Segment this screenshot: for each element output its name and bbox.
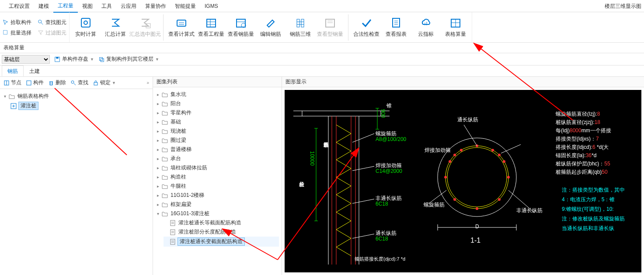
atlas-title: 图集列表 [153,77,282,87]
table-button[interactable]: 表格算量 [442,17,469,38]
svg-rect-6 [177,20,186,26]
menu-item-view[interactable]: 视图 [78,0,97,12]
svg-point-76 [498,154,501,156]
folder-icon [162,211,168,217]
atlas-item[interactable]: ▾16G101-3灌注桩 [156,209,279,218]
rebar3d-icon [294,17,306,29]
atlas-item[interactable]: ▸11G101-2楼梯 [156,191,279,200]
atlas-item[interactable]: ▸集水坑 [156,90,279,99]
pick-label: 拾取构件 [10,18,31,26]
formula-button[interactable]: 查看计算式 [168,17,195,38]
folder-icon [162,128,168,134]
save-component-button[interactable]: 单构件存盘 ▼ [54,55,94,63]
tab-civil[interactable]: 土建 [24,65,45,76]
caret-icon: ▸ [156,156,160,161]
atlas-item[interactable]: ▸牛腿柱 [156,182,279,191]
svg-point-83 [491,149,494,151]
pick-element-button[interactable]: 拾取构件 [3,18,31,26]
check-button[interactable]: 合法性检查 [353,17,380,38]
atlas-child-item[interactable]: 灌注桩通长变截面配筋构造 [164,237,279,247]
atlas-tree: ▸集水坑▸阳台▸零星构件▸基础▸现浇桩▸圈过梁▸普通楼梯▸承台▸墙柱或砌体拉筋▸… [153,87,282,275]
rebar-qty-button[interactable]: 查看钢筋量 [227,17,254,38]
report-icon [390,17,402,29]
atlas-item[interactable]: ▸圈过梁 [156,136,279,145]
tree-root[interactable]: ▾ 钢筋表格构件 [3,92,150,101]
caret-icon: ▸ [156,129,160,134]
folder-icon [162,92,168,98]
component-button[interactable]: 构件 [26,79,44,86]
batch-select-button[interactable]: 批量选择 [3,29,31,37]
sec-spiral: 螺旋箍筋 [424,201,445,209]
sum-button[interactable]: 汇总计算 [102,17,129,38]
copy-to-floor-button[interactable]: 复制构件到其它楼层 ▼ [98,55,159,63]
rebar3d-button[interactable]: 钢筋三维 [287,17,314,38]
graphic-title-label: 图形显示 [285,78,306,86]
atlas-item-label: 框架扁梁 [170,201,192,208]
svg-point-82 [453,154,456,156]
subbar-title-label: 表格算量 [3,44,24,52]
menu-item-igms[interactable]: IGMS [200,0,223,12]
atlas-item[interactable]: ▸承台 [156,154,279,163]
atlas-item[interactable]: ▸构造柱 [156,172,279,182]
label-spiral-spec: A8@100/200 [376,136,406,142]
atlas-item-label: 11G101-2楼梯 [170,192,205,199]
menu-item-tools[interactable]: 工具 [97,0,116,12]
atlas-item[interactable]: ▸零星构件 [156,108,279,117]
cloud-button[interactable]: 云指标 [412,17,439,38]
svg-point-80 [453,198,456,201]
menu-bar: 工程设置 建模 工程量 视图 工具 云应用 算量协作 智能提量 IGMS [0,0,644,12]
param-row: 搭接长度(ldjcd):6 *d(大 [556,143,611,151]
node-button[interactable]: 节点 [3,79,21,86]
sec-through: 通长纵筋 [457,116,478,124]
realtime-button[interactable]: 实时计算 [72,17,99,38]
sum-icon [109,17,122,29]
qty-button[interactable]: 查看工程量 [198,17,225,38]
menu-item-quantity[interactable]: 工程量 [53,0,78,13]
menu-item-cloud[interactable]: 云应用 [116,0,141,12]
sec-weld: 焊接加劲箍 [425,147,451,154]
atlas-item-label: 圈过梁 [170,137,187,144]
cloud-icon [420,17,432,29]
atlas-child-item[interactable]: 灌注桩通长等截面配筋构造 [164,218,279,227]
folder-icon [162,165,168,171]
expand-icon[interactable]: » [146,80,149,85]
plus-box-icon [10,103,17,109]
atlas-title-label: 图集列表 [157,78,178,86]
atlas-item-label: 承台 [170,155,182,162]
atlas-item[interactable]: ▸普通楼梯 [156,145,279,154]
menu-item-collab[interactable]: 算量协作 [141,0,171,12]
tab-rebar[interactable]: 钢筋 [2,65,24,76]
atlas-item[interactable]: ▸墙柱或砌体拉筋 [156,163,279,172]
svg-point-84 [503,160,505,163]
delete-button[interactable]: 删除 [48,79,66,86]
sec-title: 1-1 [470,237,480,244]
filter-element-button[interactable]: 过滤图元 [38,29,66,37]
find-element-button[interactable]: 查找图元 [38,18,66,26]
search-button[interactable]: 查找 [70,79,88,86]
atlas-item[interactable]: ▸基础 [156,117,279,127]
atlas-item-label: 阳台 [170,100,182,107]
atlas-child-item[interactable]: 灌注桩部分长度配筋构造 [164,227,279,237]
svg-rect-39 [94,82,97,85]
floor-select[interactable]: 基础层 [2,55,50,64]
atlas-item[interactable]: ▸现浇桩 [156,127,279,136]
svg-rect-2 [3,30,7,34]
ribbon-label: 查看型钢量 [317,31,343,38]
find-label: 查找图元 [45,18,66,26]
svg-point-85 [460,149,463,151]
tree-item-pile[interactable]: 灌注桩 [10,101,150,111]
menu-item-model[interactable]: 建模 [34,0,53,12]
atlas-item[interactable]: ▸阳台 [156,99,279,108]
atlas-item[interactable]: ▸框架扁梁 [156,200,279,209]
svg-point-86 [449,160,451,163]
lock-button[interactable]: 锁定▼ [93,79,116,86]
svg-point-0 [38,20,42,23]
graphic-viewport[interactable]: 螺旋箍筋 A8@100/200 焊接加劲箍 C14@2000 非通长纵筋 6C1… [285,90,641,272]
caret-icon: ▸ [156,147,160,152]
rebar-edit-button[interactable]: 编辑钢筋 [257,17,284,38]
menu-item-settings[interactable]: 工程设置 [4,0,34,12]
pick-icon [3,19,9,25]
sec-nonthrough: 非通长纵筋 [516,207,543,214]
report-button[interactable]: 查看报表 [383,17,410,38]
menu-item-ai[interactable]: 智能提量 [171,0,200,12]
